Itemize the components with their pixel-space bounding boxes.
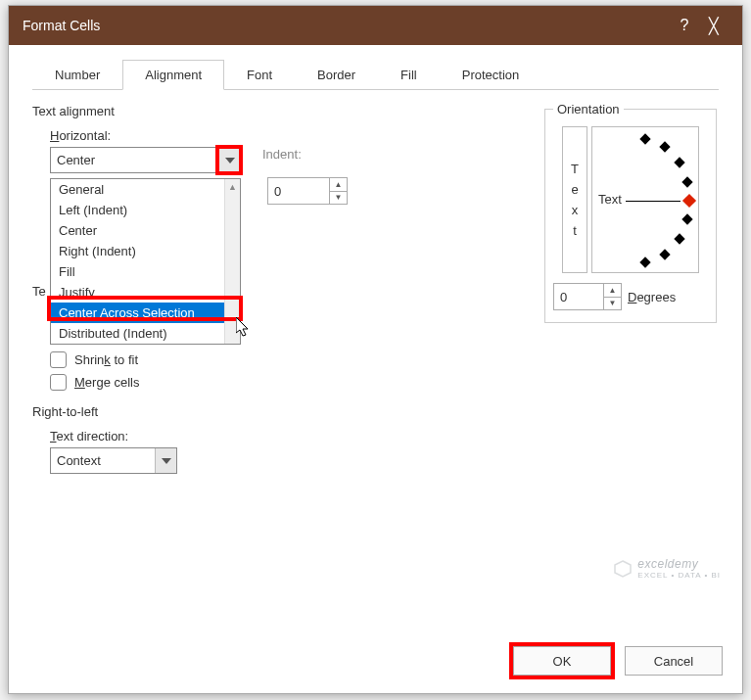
horizontal-dropdown-list: ▲ General Left (Indent) Center Right (In…: [50, 178, 241, 345]
left-column: Text alignment Horizontal: Center Indent…: [32, 98, 513, 474]
text-control-partial-label: Te: [32, 284, 46, 299]
degrees-row: 0 ▲ ▼ Degrees: [553, 283, 708, 310]
dialog-title: Format Cells: [23, 18, 670, 33]
dropdown-option-distributed-indent[interactable]: Distributed (Indent): [51, 323, 224, 344]
tab-alignment[interactable]: Alignment: [122, 60, 224, 90]
dial-tick-icon: [659, 141, 670, 152]
rtl-group-title: Right-to-left: [32, 404, 513, 419]
chevron-down-icon: [162, 458, 171, 464]
mouse-cursor-icon: [236, 317, 256, 341]
dialog-button-row: OK Cancel: [9, 634, 742, 693]
degrees-spinner-up[interactable]: ▲: [604, 284, 621, 298]
merge-cells-checkbox[interactable]: [50, 374, 67, 391]
degrees-value: 0: [554, 284, 603, 309]
text-control-group: Shrink to fit Merge cells: [32, 351, 513, 391]
text-direction-value: Context: [51, 448, 155, 473]
dropdown-option-fill[interactable]: Fill: [51, 261, 224, 282]
dropdown-option-justify[interactable]: Justify: [51, 282, 224, 303]
indent-spinner-buttons: ▲ ▼: [329, 178, 347, 204]
tab-protection[interactable]: Protection: [440, 60, 542, 90]
orientation-group: Orientation T e x t Text: [544, 102, 717, 323]
right-to-left-section: Right-to-left Text direction: Context: [32, 404, 513, 474]
dial-tick-icon: [674, 157, 684, 167]
tab-number[interactable]: Number: [32, 60, 122, 90]
svg-marker-3: [615, 561, 631, 577]
ok-button[interactable]: OK: [513, 646, 611, 676]
text-alignment-group-title: Text alignment: [32, 104, 513, 118]
svg-marker-1: [236, 317, 248, 336]
text-direction-select[interactable]: Context: [50, 447, 177, 474]
tab-fill[interactable]: Fill: [378, 60, 440, 90]
indent-spinner-up[interactable]: ▲: [330, 178, 347, 192]
text-direction-arrow[interactable]: [155, 448, 176, 473]
shrink-to-fit-checkbox[interactable]: [50, 351, 67, 368]
cancel-button[interactable]: Cancel: [625, 646, 723, 676]
dial-tick-icon: [681, 213, 692, 224]
watermark-brand: exceldemy: [637, 557, 698, 571]
dialog-content: Number Alignment Font Border Fill Protec…: [9, 45, 742, 634]
shrink-to-fit-label: Shrink to fit: [74, 352, 138, 367]
dropdown-option-center[interactable]: Center: [51, 220, 224, 241]
dial-tick-icon: [659, 249, 670, 259]
svg-marker-2: [162, 458, 171, 464]
degrees-spinner[interactable]: 0 ▲ ▼: [553, 283, 622, 310]
format-cells-dialog: Format Cells ? ╳ Number Alignment Font B…: [8, 5, 743, 694]
tab-strip: Number Alignment Font Border Fill Protec…: [32, 59, 719, 90]
degrees-spinner-btns: ▲ ▼: [603, 284, 621, 309]
merge-cells-row[interactable]: Merge cells: [50, 374, 513, 391]
dropdown-option-center-across-selection[interactable]: Center Across Selection: [51, 303, 224, 323]
indent-group: Indent:: [262, 147, 302, 162]
dial-tick-icon: [639, 257, 650, 267]
svg-marker-0: [225, 158, 235, 163]
degrees-spinner-down[interactable]: ▼: [604, 298, 621, 310]
orientation-title: Orientation: [553, 102, 624, 117]
close-icon[interactable]: ╳: [699, 17, 728, 35]
help-icon[interactable]: ?: [670, 17, 699, 34]
degrees-label: Degrees: [628, 290, 676, 304]
watermark: exceldemy EXCEL • DATA • BI: [614, 557, 721, 580]
orientation-dial[interactable]: Text: [591, 126, 699, 273]
tab-border[interactable]: Border: [295, 60, 378, 90]
orientation-dial-line: [626, 201, 681, 202]
orientation-vertical-text[interactable]: T e x t: [562, 126, 587, 273]
title-bar: Format Cells ? ╳: [9, 6, 742, 45]
dial-tick-icon: [681, 176, 692, 187]
orientation-dial-label: Text: [598, 192, 622, 207]
merge-cells-label: Merge cells: [74, 375, 139, 390]
dial-indicator-icon: [682, 194, 696, 208]
indent-spinner-down[interactable]: ▼: [330, 192, 347, 205]
right-column: Orientation T e x t Text: [542, 98, 719, 474]
dial-tick-icon: [674, 233, 684, 244]
shrink-to-fit-row[interactable]: Shrink to fit: [50, 351, 513, 368]
indent-spinner[interactable]: 0 ▲ ▼: [267, 177, 348, 205]
dropdown-option-right-indent[interactable]: Right (Indent): [51, 241, 224, 261]
dropdown-option-general[interactable]: General: [51, 179, 224, 200]
chevron-down-icon: [225, 158, 235, 163]
scrollbar-up-icon[interactable]: ▲: [225, 179, 240, 195]
indent-label: Indent:: [262, 147, 302, 162]
horizontal-select-value: Center: [51, 148, 218, 172]
dial-tick-icon: [639, 133, 650, 144]
indent-value: 0: [268, 178, 329, 204]
horizontal-select-arrow[interactable]: [218, 148, 240, 172]
watermark-logo-icon: [614, 560, 632, 578]
alignment-body: Text alignment Horizontal: Center Indent…: [32, 98, 719, 474]
text-direction-label: Text direction:: [50, 429, 513, 443]
horizontal-label: Horizontal:: [50, 128, 513, 143]
dropdown-option-left-indent[interactable]: Left (Indent): [51, 200, 224, 220]
tab-font[interactable]: Font: [224, 60, 295, 90]
horizontal-select[interactable]: Center: [50, 147, 241, 173]
watermark-sub: EXCEL • DATA • BI: [637, 571, 721, 580]
